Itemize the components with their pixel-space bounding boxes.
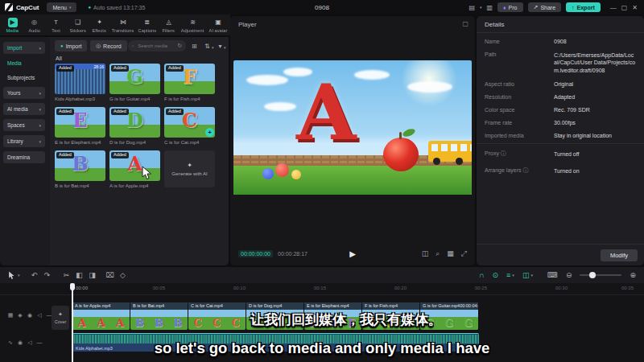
timeline-clip-a[interactable]: A is for Apple.mp4 AAA (72, 302, 130, 330)
toggle-value[interactable]: Turned off (554, 151, 580, 157)
tab-effects[interactable]: ✦Effects (89, 18, 110, 33)
maximize-button[interactable]: ▢ (621, 4, 628, 11)
media-item-name: G is for Guitar.mp4 (109, 97, 160, 101)
sidebar-item-spaces[interactable]: Spaces▾ (3, 119, 45, 131)
menu-button[interactable]: Menu▾ (47, 2, 76, 12)
split-button[interactable]: ✂ (60, 271, 73, 279)
media-item-g-guitar[interactable]: Added G (109, 64, 160, 94)
cloud (354, 70, 390, 80)
playhead[interactable] (72, 283, 73, 362)
search-box[interactable]: ↻ (128, 40, 186, 51)
import-button[interactable]: ● Import (55, 40, 87, 51)
hide-audio-icon[interactable]: ◉ (16, 339, 24, 346)
delete-right-button[interactable]: ◨ (86, 271, 99, 279)
fullscreen-icon[interactable]: ⤢ (461, 249, 467, 258)
delete-button[interactable]: ⌧ (104, 271, 117, 279)
play-button[interactable]: ▶ (349, 249, 356, 258)
sidebar-item-dreamina[interactable]: Dreamina (3, 151, 45, 163)
media-item-c-cat[interactable]: Added C + (164, 107, 215, 138)
select-tool-button[interactable] (8, 271, 15, 280)
track-display-icon[interactable]: ◫ (522, 271, 530, 279)
chevron-down-icon: ▾ (39, 46, 41, 51)
sort-icon[interactable]: ⇅ (204, 43, 210, 50)
tab-media[interactable]: ▶Media (2, 18, 23, 33)
redo-button[interactable]: ↷ (41, 271, 54, 279)
waveform-icon[interactable]: ∿ (6, 339, 14, 346)
view-grid-icon[interactable]: ⊞ (192, 43, 197, 50)
record-button[interactable]: ◎ Record (90, 40, 127, 51)
media-item-f-fish[interactable]: Added F (164, 64, 215, 94)
zoom-slider-handle[interactable] (589, 272, 596, 278)
timeline-clip-b[interactable]: B is for Bat.mp4 BBB (130, 302, 188, 330)
refresh-icon[interactable]: ↻ (177, 43, 182, 49)
main-track-magnet-icon[interactable]: ∩ (479, 271, 484, 279)
export-icon: ↑ (572, 5, 575, 10)
close-button[interactable]: ✕ (632, 4, 638, 11)
audio-track-controls: ∿ ◉ ◁ — (6, 339, 43, 346)
filter-caret-icon[interactable]: ▾ (224, 45, 226, 50)
video-preview[interactable]: A (233, 60, 472, 195)
toggle-value[interactable]: Turned on (554, 168, 580, 174)
mute-audio-icon[interactable]: ◁ (26, 339, 34, 346)
chevron-down-icon[interactable]: ▾ (530, 273, 533, 278)
tab-transitions[interactable]: ⋈Transitions (110, 18, 136, 33)
tab-filters[interactable]: ◬Filters (158, 18, 180, 33)
select-tool-caret-icon[interactable]: ▾ (18, 273, 20, 278)
mouse-cursor (142, 166, 152, 180)
zoom-out-icon[interactable]: ⊖ (566, 271, 572, 279)
timeline-ruler[interactable]: 00:00 00:05 00:10 00:15 00:20 00:25 00:3… (0, 283, 644, 295)
media-item-d-dog[interactable]: Added D (109, 107, 160, 138)
minimize-button[interactable]: — (610, 4, 617, 11)
modify-button[interactable]: Modify (601, 249, 638, 261)
playhead-handle[interactable] (70, 283, 75, 290)
auto-link-icon[interactable]: ⊙ (493, 271, 499, 279)
generate-with-ai-tile[interactable]: ✦ Generate with AI (164, 150, 215, 187)
detach-player-icon[interactable]: ▢ (462, 20, 469, 27)
snapshot-icon[interactable]: ⌕ (436, 249, 440, 258)
audio-clip-name: Kids Alphabet.mp3 (76, 346, 113, 351)
sidebar-item-library[interactable]: Library▾ (3, 135, 45, 147)
collapse-audio-icon[interactable]: — (35, 339, 43, 346)
sort-caret-icon[interactable]: ▾ (212, 45, 214, 50)
timeline-zoom-slider[interactable] (580, 274, 621, 276)
sidebar-item-media[interactable]: Media (3, 58, 45, 68)
search-input[interactable] (136, 43, 175, 49)
export-button[interactable]: ↑ Export (566, 2, 601, 12)
all-filter-label[interactable]: All (56, 56, 62, 61)
tab-ai-avatar[interactable]: ▣AI avatar (206, 18, 230, 33)
ratio-icon[interactable]: ▦ (447, 249, 454, 257)
tab-stickers[interactable]: ❏Stickers (67, 18, 89, 33)
sidebar-item-subprojects[interactable]: Subprojects (3, 72, 45, 83)
chevron-down-icon[interactable]: ▾ (512, 273, 514, 278)
add-to-timeline-button[interactable]: + (205, 128, 214, 137)
filter-icon[interactable]: ▼ (217, 43, 223, 49)
audio-levels-icon[interactable]: ≡ (506, 271, 510, 279)
media-item-a-apple[interactable]: Added A (109, 150, 160, 181)
layout-toggle-icon[interactable]: ▤ (469, 4, 475, 11)
media-item-b-bat[interactable]: Added B (55, 150, 105, 181)
layout-caret-icon[interactable]: ▾ (480, 5, 482, 10)
player-controls: 00:00:00:00 00:00:28:17 ▶ ◫ ⌕ ▦ ⤢ (230, 246, 475, 261)
pro-button[interactable]: ♦ Pro (497, 2, 522, 12)
share-button[interactable]: ↗ Share (528, 2, 562, 12)
sidebar-item-import[interactable]: Import▾ (3, 42, 45, 54)
tab-adjustment[interactable]: ≋Adjustment (180, 18, 206, 33)
timeline-clip-c[interactable]: C is for Cat.mp4 CCC (188, 302, 246, 330)
tab-captions[interactable]: ≣Captions (136, 18, 158, 33)
media-item-e-elephant[interactable]: Added E (55, 107, 105, 138)
undo-button[interactable]: ↶ (28, 271, 41, 279)
sidebar-item-ai-media[interactable]: AI media▾ (3, 103, 45, 115)
tab-text[interactable]: TText (45, 18, 67, 33)
delete-left-button[interactable]: ◧ (73, 271, 86, 279)
tab-audio[interactable]: ◎Audio (23, 18, 45, 33)
shortcuts-keyboard-icon[interactable]: ⌨ (547, 271, 558, 279)
panel-layout-icon[interactable]: ▥ (486, 4, 493, 11)
mark-button[interactable]: ◇ (117, 271, 130, 279)
zoom-in-icon[interactable]: ⊕ (630, 271, 636, 279)
toggle-label: Arrange layers ⓘ (485, 167, 554, 175)
sidebar-item-yours[interactable]: Yours▾ (3, 87, 45, 99)
media-item-kids-alphabet[interactable]: 28:16 Added (55, 64, 105, 94)
detail-value: Stay in original location (554, 133, 636, 138)
mirror-preview-icon[interactable]: ◫ (422, 249, 429, 257)
detail-value: Adapted (554, 94, 636, 100)
